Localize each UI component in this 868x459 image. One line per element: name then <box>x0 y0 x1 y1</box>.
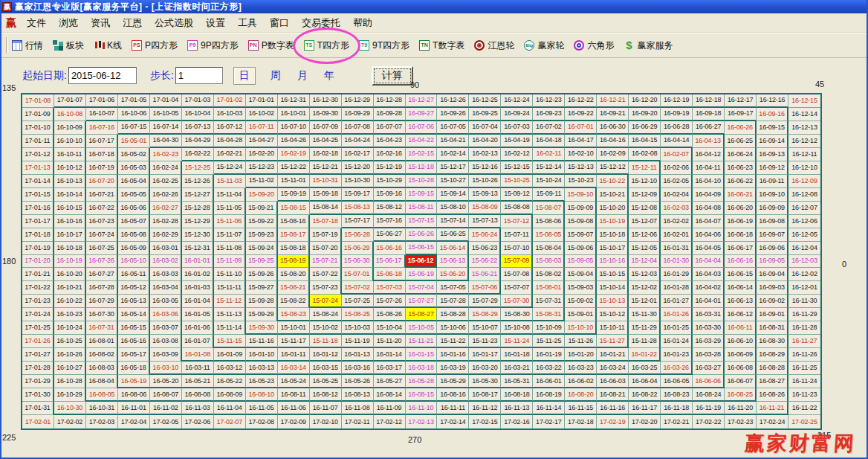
date-cell: 15-08-08 <box>501 202 533 215</box>
toolbar-item-quotes[interactable]: 行情 <box>12 39 43 52</box>
menu-item-file[interactable]: 文件 <box>27 16 46 30</box>
toolbar-item-9t-square[interactable]: T99T四方形 <box>359 39 409 52</box>
date-cell: 16-03-01 <box>150 242 182 255</box>
date-cell: 15-07-22 <box>310 268 342 281</box>
date-cell: 15-11-06 <box>214 215 246 228</box>
date-cell: 16-03-31 <box>693 308 725 321</box>
date-cell: 16-02-15 <box>406 148 438 161</box>
period-option-周[interactable]: 周 <box>271 69 281 83</box>
date-cell: 15-12-28 <box>182 202 214 215</box>
menu-item-trade-commission[interactable]: 交易委托 <box>302 16 340 30</box>
calculate-button[interactable]: 计算 <box>372 66 413 86</box>
date-cell: 16-06-30 <box>597 121 629 135</box>
date-cell: 15-07-04 <box>406 281 438 295</box>
menu-item-news[interactable]: 资讯 <box>91 16 110 30</box>
menu-item-formula-stock-pick[interactable]: 公式选股 <box>155 16 193 30</box>
date-cell: 16-11-23 <box>788 388 820 402</box>
date-cell: 16-02-07 <box>661 148 693 161</box>
date-cell: 15-06-18 <box>374 268 406 281</box>
date-cell: 16-04-24 <box>342 135 374 148</box>
period-option-日[interactable]: 日 <box>233 67 256 85</box>
date-cell: 16-07-11 <box>246 121 278 135</box>
toolbar-item-p-number-table[interactable]: PNP数字表 <box>248 39 294 52</box>
date-cell: 16-04-29 <box>182 135 214 148</box>
date-cell: 16-08-18 <box>501 388 533 402</box>
date-cell: 16-08-29 <box>757 348 788 362</box>
toolbar-item-kline[interactable]: K线 <box>94 39 122 52</box>
date-cell: 15-10-23 <box>565 175 597 188</box>
toolbar-item-9p-square[interactable]: P99P四方形 <box>187 39 239 52</box>
date-cell: 17-01-31 <box>22 402 54 415</box>
date-cell: 16-02-20 <box>246 148 278 161</box>
date-cell: 16-02-17 <box>342 148 374 161</box>
date-cell: 15-10-17 <box>597 242 629 255</box>
date-cell: 17-02-18 <box>565 415 597 428</box>
date-cell: 16-11-10 <box>406 402 438 415</box>
date-cell: 16-02-05 <box>661 175 693 188</box>
date-cell: 17-01-14 <box>22 175 54 188</box>
toolbar-item-sectors[interactable]: 板块 <box>53 39 84 52</box>
menu-item-window[interactable]: 窗口 <box>270 16 289 30</box>
date-cell: 16-07-12 <box>214 121 246 135</box>
menu-item-gann[interactable]: 江恩 <box>123 16 142 30</box>
date-cell: 16-06-05 <box>661 375 693 388</box>
date-cell: 15-11-19 <box>342 335 374 348</box>
menu-logo-icon: 赢 <box>6 16 16 30</box>
toolbar-item-winner-wheel[interactable]: Big赢家轮 <box>524 39 564 52</box>
date-cell: 16-11-25 <box>788 362 820 375</box>
menu-bar-items: 文件浏览资讯江恩公式选股设置工具窗口交易委托帮助 <box>27 16 385 30</box>
start-date-input[interactable] <box>68 67 137 84</box>
date-cell: 15-07-12 <box>501 215 533 228</box>
date-cell: 16-02-22 <box>182 148 214 161</box>
toolbar-item-winner-service[interactable]: $赢家服务 <box>624 39 673 52</box>
toolbar-item-label: 江恩轮 <box>488 39 514 52</box>
toolbar-item-gann-wheel[interactable]: 江恩轮 <box>474 39 514 52</box>
date-cell: 16-11-16 <box>597 402 629 415</box>
date-cell: 16-04-07 <box>693 215 725 228</box>
date-cell: 16-06-21 <box>725 188 757 202</box>
dollar-icon: $ <box>624 40 634 51</box>
date-cell: 15-12-30 <box>182 228 214 242</box>
date-cell: 16-03-13 <box>246 362 278 375</box>
date-cell: 15-09-05 <box>565 255 597 269</box>
date-cell: 15-08-31 <box>533 308 565 321</box>
date-cell: 15-09-30 <box>246 321 278 335</box>
date-cell: 15-12-18 <box>406 161 438 175</box>
date-cell: 16-01-06 <box>182 321 214 335</box>
date-cell: 16-07-31 <box>86 321 118 335</box>
period-option-月[interactable]: 月 <box>297 69 308 83</box>
tn-badge-icon: TN <box>419 40 430 51</box>
toolbar-item-p-square[interactable]: PSP四方形 <box>132 39 178 52</box>
date-cell: 15-07-10 <box>501 242 533 255</box>
date-cell: 15-09-27 <box>246 281 278 295</box>
date-cell: 15-07-16 <box>374 215 406 228</box>
step-input[interactable] <box>175 67 223 84</box>
date-cell: 15-06-21 <box>469 268 501 281</box>
date-cell: 15-11-05 <box>214 202 246 215</box>
date-cell: 16-05-16 <box>118 335 150 348</box>
date-cell: 15-08-16 <box>278 215 310 228</box>
date-cell: 16-01-27 <box>661 295 693 308</box>
date-cell: 15-10-31 <box>310 175 342 188</box>
date-cell: 16-02-10 <box>565 148 597 161</box>
toolbar-item-t-number-table[interactable]: TNT数字表 <box>419 39 464 52</box>
menu-item-view[interactable]: 浏览 <box>59 16 78 30</box>
menu-item-settings[interactable]: 设置 <box>206 16 225 30</box>
date-cell: 16-04-16 <box>597 135 629 148</box>
date-cell: 16-03-02 <box>150 255 182 269</box>
date-cell: 16-10-16 <box>54 215 86 228</box>
date-cell: 16-08-16 <box>437 388 469 402</box>
date-cell: 16-07-05 <box>437 121 469 135</box>
menu-item-tools[interactable]: 工具 <box>238 16 257 30</box>
period-option-年[interactable]: 年 <box>324 69 334 83</box>
date-cell: 16-11-06 <box>278 402 310 415</box>
date-cell: 17-02-23 <box>725 415 757 428</box>
date-cell: 16-10-25 <box>54 335 86 348</box>
toolbar-item-t-square[interactable]: TST四方形 <box>304 39 349 52</box>
toolbar-items: 行情板块K线PSP四方形P99P四方形PNP数字表TST四方形T99T四方形TN… <box>12 39 682 52</box>
date-cell: 16-07-29 <box>86 295 118 308</box>
date-cell: 17-01-30 <box>22 388 54 402</box>
date-cell: 16-12-20 <box>629 94 661 108</box>
toolbar-item-hexagon[interactable]: 六角形 <box>574 39 614 52</box>
menu-item-help[interactable]: 帮助 <box>353 16 372 30</box>
